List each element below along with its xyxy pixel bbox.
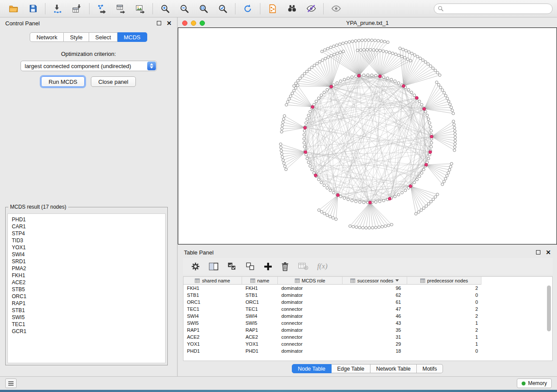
network-node[interactable] <box>419 57 422 59</box>
network-node[interactable] <box>447 100 450 103</box>
network-node[interactable] <box>413 54 416 56</box>
network-node[interactable] <box>446 175 448 177</box>
network-node[interactable] <box>307 161 310 164</box>
zoom-out-icon[interactable] <box>175 2 194 16</box>
network-node[interactable] <box>417 211 420 213</box>
tab-edge-table[interactable]: Edge Table <box>332 364 370 373</box>
network-node[interactable] <box>303 141 305 144</box>
network-node[interactable] <box>394 53 397 55</box>
network-node[interactable] <box>326 214 329 217</box>
network-node[interactable] <box>306 118 308 120</box>
network-node[interactable] <box>363 48 365 51</box>
network-node[interactable] <box>320 94 322 96</box>
network-node[interactable] <box>307 114 310 117</box>
network-node[interactable] <box>436 72 439 74</box>
criterion-dropdown[interactable]: largest connected component (undirected) <box>21 61 157 71</box>
network-node[interactable] <box>285 103 287 106</box>
table-row[interactable]: PHD1PHD1dominator180 <box>183 347 552 354</box>
memory-button[interactable]: Memory <box>517 378 552 388</box>
network-node[interactable] <box>390 223 393 226</box>
column-header-name[interactable]: name <box>242 277 278 285</box>
tab-network-table[interactable]: Network Table <box>370 364 417 373</box>
network-hub-node[interactable] <box>378 75 381 78</box>
network-hub-node[interactable] <box>425 163 428 166</box>
network-node[interactable] <box>282 121 284 124</box>
network-node[interactable] <box>368 227 370 229</box>
network-node[interactable] <box>321 50 323 53</box>
mcds-result-item[interactable]: TID3 <box>12 237 161 244</box>
export-table-icon[interactable] <box>112 2 130 16</box>
tab-network[interactable]: Network <box>30 32 64 42</box>
sort-chevron-icon[interactable] <box>395 279 399 282</box>
network-node[interactable] <box>369 48 372 51</box>
network-node[interactable] <box>294 82 297 85</box>
mcds-result-item[interactable]: SWI4 <box>12 251 161 258</box>
network-hub-node[interactable] <box>314 174 317 177</box>
network-node[interactable] <box>317 97 320 100</box>
network-node[interactable] <box>382 199 385 202</box>
network-node[interactable] <box>382 76 385 78</box>
binoculars-icon[interactable] <box>283 2 301 16</box>
mcds-result-item[interactable]: STB5 <box>12 286 161 293</box>
network-hub-node[interactable] <box>336 193 339 196</box>
network-node[interactable] <box>385 50 387 53</box>
network-node[interactable] <box>360 49 362 52</box>
zoom-selected-icon[interactable] <box>214 2 232 16</box>
table-row[interactable]: STB1STB1dominator620 <box>183 292 552 299</box>
network-node[interactable] <box>449 103 451 106</box>
table-row[interactable]: ORC1ORC1dominator610 <box>183 299 552 306</box>
table-row[interactable]: SWI4SWI4dominator462 <box>183 313 552 320</box>
network-node[interactable] <box>363 201 365 204</box>
network-node[interactable] <box>397 193 400 196</box>
network-node[interactable] <box>444 94 447 97</box>
network-node[interactable] <box>379 49 381 52</box>
network-node[interactable] <box>351 40 354 43</box>
network-node[interactable] <box>381 225 384 228</box>
network-node[interactable] <box>404 189 407 192</box>
network-hub-node[interactable] <box>430 135 433 138</box>
mcds-result-item[interactable]: SRD1 <box>12 258 161 265</box>
mcds-result-item[interactable]: PMA2 <box>12 265 161 272</box>
network-node[interactable] <box>279 143 282 145</box>
close-table-panel-icon[interactable]: ✕ <box>546 250 551 254</box>
network-node[interactable] <box>376 49 378 52</box>
network-node[interactable] <box>336 52 339 55</box>
network-node[interactable] <box>446 97 449 100</box>
network-node[interactable] <box>363 74 365 76</box>
table-row[interactable]: FKH1FKH1dominator962 <box>183 285 552 292</box>
mcds-result-item[interactable]: TEC1 <box>12 321 161 328</box>
network-node[interactable] <box>429 65 432 67</box>
network-hub-node[interactable] <box>409 185 412 188</box>
network-node[interactable] <box>345 41 347 44</box>
network-node[interactable] <box>361 39 363 41</box>
tab-mcds[interactable]: MCDS <box>118 32 147 42</box>
network-node[interactable] <box>309 165 311 167</box>
mcds-result-item[interactable]: GCR1 <box>12 328 161 335</box>
network-node[interactable] <box>343 197 346 199</box>
network-node[interactable] <box>398 54 400 57</box>
network-node[interactable] <box>420 209 422 211</box>
network-node[interactable] <box>303 72 306 75</box>
network-node[interactable] <box>411 52 413 55</box>
network-node[interactable] <box>422 59 424 62</box>
network-hub-node[interactable] <box>429 151 432 154</box>
network-node[interactable] <box>454 139 457 142</box>
network-node[interactable] <box>424 61 427 63</box>
refresh-icon[interactable] <box>239 2 257 16</box>
network-node[interactable] <box>427 203 430 205</box>
network-node[interactable] <box>387 224 390 227</box>
import-table-icon[interactable] <box>68 2 86 16</box>
network-node[interactable] <box>406 58 409 60</box>
network-node[interactable] <box>342 42 344 45</box>
network-node[interactable] <box>351 199 353 202</box>
mcds-result-item[interactable]: CAR1 <box>12 223 161 230</box>
network-node[interactable] <box>280 127 283 130</box>
network-node[interactable] <box>352 225 354 228</box>
network-node[interactable] <box>370 74 373 76</box>
network-node[interactable] <box>432 67 434 69</box>
network-node[interactable] <box>336 82 339 84</box>
network-node[interactable] <box>436 193 439 196</box>
network-node[interactable] <box>347 198 349 201</box>
network-node[interactable] <box>362 227 364 229</box>
network-node[interactable] <box>450 106 453 109</box>
